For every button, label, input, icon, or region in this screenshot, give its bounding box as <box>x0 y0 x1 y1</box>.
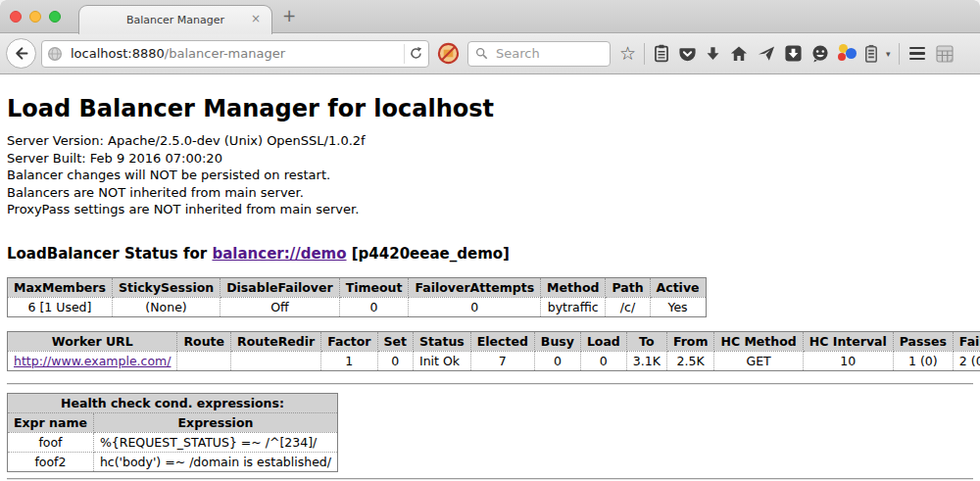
expression-cell: hc('body') =~ /domain is established/ <box>93 452 337 471</box>
table-cell <box>177 351 231 370</box>
page-title: Load Balancer Manager for localhost <box>7 95 973 122</box>
table-cell: 2 (0) <box>953 351 980 370</box>
new-tab-button[interactable]: + <box>282 6 296 25</box>
column-header: Factor <box>321 331 377 351</box>
table-row: foof %{REQUEST_STATUS} =~ /^[234]/ <box>8 432 338 452</box>
table-cell: 0 <box>377 351 413 370</box>
column-header: Method <box>541 277 606 297</box>
window-zoom-button[interactable] <box>49 11 61 23</box>
search-input[interactable] <box>494 45 592 62</box>
chat-smiley-icon[interactable] <box>810 44 830 63</box>
page-content: Load Balancer Manager for localhost Serv… <box>0 95 980 480</box>
table-cell: (None) <box>112 297 220 316</box>
page-bottom-divider <box>7 478 973 480</box>
battery-extension-icon[interactable] <box>864 44 878 63</box>
loadbalancer-status-heading: LoadBalancer Status for balancer://demo … <box>7 245 973 263</box>
tab-balancer-manager[interactable]: Balancer Manager × <box>78 5 272 34</box>
health-check-table: Health check cond. expressions: Expr nam… <box>7 393 338 472</box>
server-version-line: Server Version: Apache/2.5.0-dev (Unix) … <box>7 132 973 150</box>
table-cell: 3.1K <box>626 351 666 370</box>
column-header: From <box>666 331 714 351</box>
worker-status-cell: Init Ok <box>414 351 471 370</box>
table-cell: 7 <box>470 351 534 370</box>
column-header: Passes <box>893 331 953 351</box>
worker-url-link[interactable]: http://www.example.com/ <box>14 354 171 368</box>
address-bar[interactable]: localhost:8880/balancer-manager <box>41 40 429 68</box>
table-cell: 0 <box>409 297 541 316</box>
column-header: Worker URL <box>8 331 177 351</box>
table-cell: Off <box>220 297 339 316</box>
table-row: 6 [1 Used] (None) Off 0 0 bytraffic /c/ … <box>8 297 707 316</box>
table-header-row: MaxMembers StickySession DisableFailover… <box>8 277 707 297</box>
column-header: Status <box>414 331 471 351</box>
column-header: Route <box>177 331 231 351</box>
column-header: Busy <box>534 331 580 351</box>
home-icon[interactable] <box>729 44 749 63</box>
column-header: Expr name <box>8 412 94 432</box>
column-header: MaxMembers <box>8 277 113 297</box>
toolbar-divider <box>899 43 900 65</box>
reload-icon[interactable] <box>409 46 423 61</box>
downloads-icon[interactable] <box>705 45 721 63</box>
column-header: DisableFailover <box>220 277 339 297</box>
status-heading-suffix: [p4420eeae_demo] <box>347 245 510 263</box>
column-header: Load <box>580 331 626 351</box>
column-header: Path <box>606 277 650 297</box>
health-check-title: Health check cond. expressions: <box>8 393 338 412</box>
persist-notice-line: Balancer changes will NOT be persisted o… <box>7 167 973 184</box>
window-minimize-button[interactable] <box>29 11 41 23</box>
browser-window: Balancer Manager × + localhost:8880/bala… <box>0 0 980 481</box>
table-cell: 2.5K <box>666 351 714 370</box>
server-info: Server Version: Apache/2.5.0-dev (Unix) … <box>7 132 973 218</box>
table-cell <box>231 351 321 370</box>
search-bar[interactable] <box>467 41 611 67</box>
inherit-notice-line: Balancers are NOT inherited from main se… <box>7 184 973 202</box>
urlbar-divider <box>404 44 405 64</box>
section-divider <box>7 383 973 385</box>
table-row: http://www.example.com/ 1 0 Init Ok 7 0 … <box>8 351 980 370</box>
column-header: Set <box>377 331 413 351</box>
table-row: foof2 hc('body') =~ /domain is establish… <box>8 452 338 471</box>
worker-status-table: Worker URL Route RouteRedir Factor Set S… <box>7 331 980 371</box>
window-close-button[interactable] <box>10 11 22 23</box>
table-title-row: Health check cond. expressions: <box>8 393 338 412</box>
clipboard-icon[interactable] <box>653 44 670 63</box>
proxypass-notice-line: ProxyPass settings are NOT inherited fro… <box>7 201 973 218</box>
column-header: FailoverAttempts <box>409 277 541 297</box>
table-cell: 1 (0) <box>893 351 953 370</box>
pocket-icon[interactable] <box>678 45 697 63</box>
colored-dots-extension-icon[interactable] <box>838 44 857 63</box>
table-header-row: Expr name Expression <box>8 412 338 432</box>
url-text[interactable]: localhost:8880/balancer-manager <box>71 46 285 61</box>
column-header: Elected <box>470 331 534 351</box>
content-blocker-icon[interactable] <box>437 42 460 65</box>
balancer-demo-link[interactable]: balancer://demo <box>212 245 346 263</box>
table-cell: 10 <box>803 351 893 370</box>
menu-hamburger-icon[interactable] <box>907 45 927 63</box>
expr-name-cell: foof2 <box>8 452 94 471</box>
table-cell: 6 [1 Used] <box>8 297 113 316</box>
video-download-icon[interactable] <box>784 44 803 63</box>
expression-cell: %{REQUEST_STATUS} =~ /^[234]/ <box>93 432 337 452</box>
column-header: HC Interval <box>803 331 893 351</box>
toolbar-icon-strip: ☆ <box>619 43 955 65</box>
tab-close-icon[interactable]: × <box>251 13 261 24</box>
column-header: HC Method <box>714 331 803 351</box>
send-plane-icon[interactable] <box>757 44 776 63</box>
navigation-toolbar: localhost:8880/balancer-manager ☆ <box>0 33 980 74</box>
table-cell: 0 <box>534 351 580 370</box>
column-header: To <box>626 331 666 351</box>
site-identity-globe-icon[interactable] <box>47 46 63 62</box>
table-cell: bytraffic <box>541 297 606 316</box>
column-header: StickySession <box>112 277 220 297</box>
grid-extension-icon[interactable] <box>935 44 955 64</box>
bookmark-star-icon[interactable]: ☆ <box>619 44 636 63</box>
worker-url-cell: http://www.example.com/ <box>8 351 177 370</box>
table-cell: 0 <box>580 351 626 370</box>
table-cell: Yes <box>650 297 706 316</box>
tab-bar: Balancer Manager × + <box>0 0 980 33</box>
overflow-caret-icon[interactable]: ▾ <box>886 49 891 59</box>
column-header: Expression <box>93 412 337 432</box>
table-cell: 0 <box>339 297 409 316</box>
back-button[interactable] <box>6 38 36 69</box>
